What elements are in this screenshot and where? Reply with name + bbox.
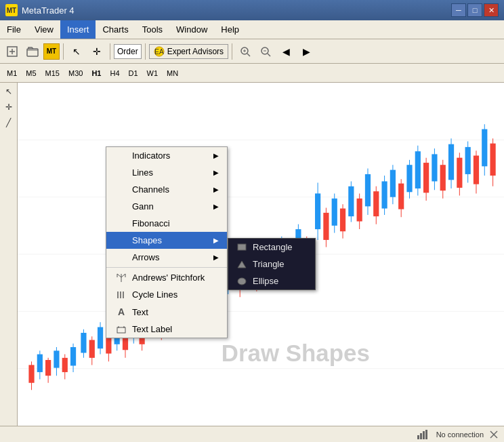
triangle-label: Triangle xyxy=(253,259,284,269)
shape-ellipse[interactable]: Ellipse xyxy=(228,273,315,289)
zoom-out-button[interactable] xyxy=(256,42,275,61)
arrows-label: Arrows xyxy=(132,252,159,262)
svg-rect-24 xyxy=(45,360,51,376)
tf-m1[interactable]: M1 xyxy=(3,68,21,79)
svg-rect-114 xyxy=(432,154,437,181)
expert-advisors-button[interactable]: EA Expert Advisors xyxy=(149,44,228,59)
tf-m15[interactable]: M15 xyxy=(41,68,64,79)
pointer-tool[interactable]: ↖ xyxy=(1,84,16,99)
svg-line-131 xyxy=(117,274,121,277)
svg-text:EA: EA xyxy=(154,48,164,56)
menu-window[interactable]: Window xyxy=(169,20,214,39)
pitchfork-icon xyxy=(114,273,128,283)
svg-rect-124 xyxy=(474,156,479,184)
menu-cyclelines[interactable]: Cycle Lines xyxy=(106,286,227,303)
chart-scroll-right[interactable]: ▶ xyxy=(297,42,316,61)
text-label: Text xyxy=(132,307,148,317)
menu-charts[interactable]: Charts xyxy=(96,20,135,39)
titlebar-controls: ─ □ ✕ xyxy=(451,3,499,17)
app-icon: MT xyxy=(5,4,18,16)
menu-channels[interactable]: Channels ▶ xyxy=(106,181,227,198)
separator-4 xyxy=(232,43,232,60)
shapes-submenu: Rectangle Triangle Ellipse xyxy=(228,238,316,290)
pitchfork-label: Andrews' Pitchfork xyxy=(132,273,205,283)
svg-rect-88 xyxy=(323,213,329,240)
svg-line-132 xyxy=(121,274,125,277)
maximize-button[interactable]: □ xyxy=(467,3,482,17)
menu-help[interactable]: Help xyxy=(214,20,246,39)
crosshair-tool[interactable]: ✛ xyxy=(87,42,106,61)
svg-rect-128 xyxy=(490,144,495,176)
menubar: File View Insert Charts Tools Window Hel… xyxy=(0,20,504,39)
svg-rect-116 xyxy=(440,165,446,190)
svg-rect-20 xyxy=(28,365,34,382)
menu-shapes[interactable]: Shapes ▶ xyxy=(106,232,227,249)
menu-arrows[interactable]: Arrows ▶ xyxy=(106,249,227,266)
timeframe-toolbar: M1 M5 M15 M30 H1 H4 D1 W1 MN xyxy=(0,64,504,83)
menu-indicators[interactable]: Indicators ▶ xyxy=(106,147,227,164)
menu-gann[interactable]: Gann ▶ xyxy=(106,198,227,215)
svg-rect-32 xyxy=(81,333,86,353)
svg-rect-98 xyxy=(365,174,371,206)
svg-rect-90 xyxy=(332,199,337,226)
main-toolbar: MT ↖ ✛ Order EA Expert Advisors ◀ ▶ xyxy=(0,39,504,64)
tf-d1[interactable]: D1 xyxy=(125,68,142,79)
tf-mn[interactable]: MN xyxy=(163,68,182,79)
svg-rect-147 xyxy=(425,430,427,439)
svg-rect-96 xyxy=(357,199,362,222)
svg-rect-112 xyxy=(423,163,429,193)
connection-icon xyxy=(489,430,499,439)
zoom-in-button[interactable] xyxy=(236,42,255,61)
tf-h4[interactable]: H4 xyxy=(106,68,123,79)
crosshair-left[interactable]: ✛ xyxy=(1,100,16,115)
menu-fibonacci[interactable]: Fibonacci xyxy=(106,215,227,232)
tf-m30[interactable]: M30 xyxy=(64,68,87,79)
channels-arrow: ▶ xyxy=(213,186,219,193)
tf-m5[interactable]: M5 xyxy=(22,68,40,79)
svg-rect-145 xyxy=(420,433,422,439)
svg-line-7 xyxy=(247,54,250,56)
svg-rect-104 xyxy=(390,170,396,197)
open-button[interactable] xyxy=(23,42,42,61)
svg-rect-38 xyxy=(106,336,111,353)
svg-rect-100 xyxy=(373,191,379,216)
menu-lines[interactable]: Lines ▶ xyxy=(106,164,227,181)
menu-file[interactable]: File xyxy=(0,20,28,39)
minimize-button[interactable]: ─ xyxy=(451,3,466,17)
line-tool[interactable]: ╱ xyxy=(1,115,16,130)
svg-rect-92 xyxy=(340,209,345,232)
gann-label: Gann xyxy=(132,201,154,212)
order-input[interactable]: Order xyxy=(114,44,142,59)
menu-insert[interactable]: Insert xyxy=(60,20,96,39)
tf-w1[interactable]: W1 xyxy=(143,68,163,79)
svg-rect-126 xyxy=(482,129,487,167)
svg-rect-36 xyxy=(98,327,103,349)
svg-rect-86 xyxy=(315,193,320,229)
menu-text[interactable]: A Text xyxy=(106,303,227,321)
svg-rect-28 xyxy=(62,358,68,372)
channels-label: Channels xyxy=(132,184,169,195)
insert-dropdown: Indicators ▶ Lines ▶ Channels ▶ Gann ▶ xyxy=(106,146,228,338)
svg-rect-141 xyxy=(238,244,246,250)
svg-text:Draw Shapes: Draw Shapes xyxy=(222,340,370,367)
tf-h1[interactable]: H1 xyxy=(87,68,105,79)
main-area: ↖ ✛ ╱ xyxy=(0,83,504,426)
menu-view[interactable]: View xyxy=(28,20,60,39)
cyclelines-icon xyxy=(114,291,128,299)
menu-tools[interactable]: Tools xyxy=(135,20,169,39)
statusbar: No connection xyxy=(0,426,504,442)
close-button[interactable]: ✕ xyxy=(484,3,499,17)
svg-rect-30 xyxy=(70,347,76,365)
shape-rectangle[interactable]: Rectangle xyxy=(228,239,315,256)
rectangle-label: Rectangle xyxy=(253,242,293,252)
separator-2 xyxy=(110,43,110,60)
arrow-tool[interactable]: ↖ xyxy=(67,42,86,61)
shape-triangle[interactable]: Triangle xyxy=(228,256,315,273)
chart-scroll-left[interactable]: ◀ xyxy=(276,42,295,61)
connection-bars-icon xyxy=(417,430,431,439)
mt-logo[interactable]: MT xyxy=(43,43,60,60)
statusbar-right: No connection xyxy=(417,430,499,439)
menu-textlabel[interactable]: Text Label xyxy=(106,321,227,338)
new-chart-button[interactable] xyxy=(3,42,22,61)
menu-pitchfork[interactable]: Andrews' Pitchfork xyxy=(106,269,227,286)
